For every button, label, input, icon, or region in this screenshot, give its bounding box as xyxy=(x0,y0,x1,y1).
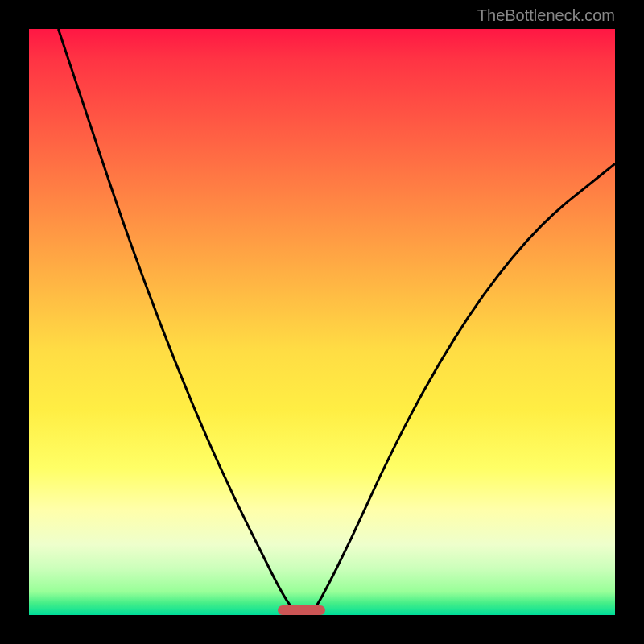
watermark-text: TheBottleneck.com xyxy=(477,6,615,25)
right-curve xyxy=(310,163,615,615)
bottleneck-marker xyxy=(278,605,324,615)
curves-svg xyxy=(29,29,615,615)
chart-area xyxy=(29,29,615,615)
left-curve xyxy=(58,29,298,615)
